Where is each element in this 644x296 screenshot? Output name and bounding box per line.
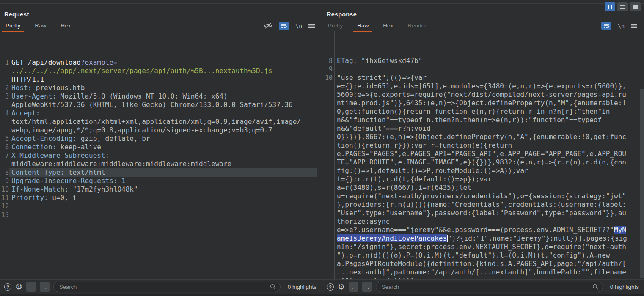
selected-text: ameIsJeremyAndILovePancakes bbox=[337, 234, 447, 242]
line-number bbox=[322, 150, 333, 158]
request-highlights-count: 0 highlights bbox=[284, 284, 316, 290]
gutter-divider bbox=[11, 31, 11, 279]
pause-layout-icon[interactable] bbox=[605, 2, 615, 11]
response-code: 8ETag: "ihx6eiwskd47b"910"use strict";((… bbox=[322, 57, 644, 279]
response-search-input[interactable] bbox=[376, 282, 603, 292]
code-text: nIn:"/signin"},secret:process.env.NEXTAU… bbox=[337, 243, 626, 251]
line-number: 3 bbox=[0, 92, 9, 101]
response-scrollbar-thumb[interactable] bbox=[640, 89, 644, 278]
request-editor-toolbar: \n bbox=[264, 22, 315, 30]
code-text: middleware:middleware:middleware:middlew… bbox=[11, 160, 231, 168]
word-wrap-icon[interactable] bbox=[601, 22, 611, 30]
code-row: thorize:async bbox=[322, 217, 644, 226]
code-text: "17m2fyh3hl048k" bbox=[69, 185, 138, 193]
line-number: 4 bbox=[0, 109, 9, 118]
tab-render[interactable]: Render bbox=[404, 21, 430, 32]
code-text: 0}}})},8667:(e,n)=>{Object.definePropert… bbox=[337, 133, 626, 141]
selected-text: MyN bbox=[614, 226, 626, 234]
code-text: Accept-Encoding: bbox=[11, 134, 77, 143]
line-number bbox=[0, 75, 9, 84]
request-panel: Request PrettyRawHex bbox=[0, 0, 322, 296]
tab-pretty[interactable]: Pretty bbox=[324, 21, 347, 32]
code-text: GET /api/download bbox=[11, 58, 81, 66]
code-text: AppleWebKit/537.36 (KHTML, like Gecko) C… bbox=[11, 101, 293, 109]
code-text: Priority: bbox=[11, 194, 48, 202]
code-row: 2Host: previous.htb bbox=[0, 84, 322, 92]
help-icon[interactable]: ? bbox=[4, 283, 11, 291]
rows-layout-icon[interactable] bbox=[617, 2, 628, 11]
code-text: },providers:[r.n(u)()({name:"Credentials… bbox=[337, 200, 626, 208]
code-row: "User",type:"username"},password:{label:… bbox=[322, 209, 644, 217]
request-search-input[interactable] bbox=[53, 282, 281, 292]
tab-raw[interactable]: Raw bbox=[31, 21, 50, 32]
code-text: Host: bbox=[11, 84, 32, 92]
word-wrap-icon[interactable] bbox=[279, 22, 289, 30]
code-text: previous.htb bbox=[32, 84, 85, 92]
tab-hex[interactable]: Hex bbox=[379, 21, 397, 32]
line-number bbox=[0, 126, 9, 134]
tab-raw[interactable]: Raw bbox=[353, 21, 372, 32]
line-number bbox=[0, 118, 9, 126]
line-number: 10 bbox=[322, 74, 333, 82]
code-text: text/html,application/xhtml+xml,applicat… bbox=[11, 118, 301, 126]
show-newlines-icon[interactable]: \n bbox=[618, 22, 625, 30]
code-text: e.PAGES="PAGES",e.PAGES_API="PAGES_API",… bbox=[337, 150, 626, 158]
line-number: 12 bbox=[0, 202, 9, 211]
layout-controls bbox=[605, 2, 641, 11]
back-arrow-icon[interactable]: ← bbox=[26, 282, 36, 292]
code-text: Accept: bbox=[11, 109, 40, 117]
code-row: e={};e.id=651,e.ids=[651],e.modules={348… bbox=[322, 82, 644, 90]
settings-gear-icon[interactable]: ⚙ bbox=[15, 283, 22, 291]
code-row: nIn:"/signin"},secret:process.env.NEXTAU… bbox=[322, 243, 644, 251]
request-tabs: PrettyRawHex bbox=[2, 21, 81, 32]
code-row: AppleWebKit/537.36 (KHTML, like Gecko) C… bbox=[0, 101, 322, 109]
code-text: ../../../../app/.next/server/pages/api/a… bbox=[11, 67, 272, 75]
forward-arrow-icon[interactable]: → bbox=[40, 282, 50, 292]
code-row: e.PAGES="PAGES",e.PAGES_API="PAGES_API",… bbox=[322, 150, 644, 158]
code-row: 4Accept: bbox=[0, 109, 322, 118]
code-row: n&&"default"===r?n:void bbox=[322, 124, 644, 133]
code-row: n&&"function"==typeof n.then?n.then(n=>e… bbox=[322, 116, 644, 124]
maximize-layout-icon[interactable] bbox=[630, 2, 641, 11]
forward-arrow-icon[interactable]: → bbox=[362, 282, 372, 292]
line-number: 10 bbox=[0, 185, 9, 194]
show-newlines-icon[interactable]: \n bbox=[295, 22, 302, 30]
code-text: u=0, i bbox=[48, 194, 77, 202]
request-code: 1GET /api/download?example=../../../../a… bbox=[0, 58, 322, 219]
code-text: a.PagesAPIRouteModule({definition:{kind:… bbox=[337, 260, 626, 268]
hide-matches-eye-icon[interactable] bbox=[264, 22, 272, 30]
code-text: ntime.prod.js")},6435:(e,n)=>{Object.def… bbox=[337, 99, 626, 107]
line-number bbox=[322, 260, 333, 268]
tab-hex[interactable]: Hex bbox=[57, 21, 74, 32]
response-panel: Response PrettyRawHexRender \n bbox=[322, 0, 644, 296]
editor-menu-icon[interactable] bbox=[308, 22, 315, 30]
code-row: text/html,application/xhtml+xml,applicat… bbox=[0, 118, 322, 126]
code-text: ?example= bbox=[81, 58, 118, 66]
back-arrow-icon[interactable]: ← bbox=[349, 282, 358, 292]
line-number bbox=[0, 101, 9, 109]
code-row: 7X-Middleware-Subrequest: bbox=[0, 151, 322, 160]
code-row: ameIsJeremyAndILovePancakes")?{id:"1",na… bbox=[322, 234, 644, 243]
code-text: 1 bbox=[117, 177, 125, 185]
response-editor[interactable]: 8ETag: "ihx6eiwskd47b"910"use strict";((… bbox=[322, 31, 644, 279]
code-row: 0,get:function(){return function e(n,r){… bbox=[322, 107, 644, 116]
line-number bbox=[322, 133, 333, 141]
request-editor[interactable]: 1GET /api/download?example=../../../../a… bbox=[0, 31, 322, 279]
code-row: webp,image/apng,*/*;q=0.8,application/si… bbox=[0, 126, 322, 134]
code-text: e=>e?.username==="jeremy"&&e.password===… bbox=[337, 226, 614, 234]
settings-gear-icon[interactable]: ⚙ bbox=[338, 283, 345, 291]
search-icon bbox=[270, 284, 276, 290]
code-row: 9 bbox=[322, 65, 644, 74]
code-row: middleware:middleware:middleware:middlew… bbox=[0, 160, 322, 168]
help-icon[interactable]: ? bbox=[327, 283, 334, 291]
request-panel-title: Request bbox=[4, 11, 29, 18]
code-text: X-Middleware-Subrequest: bbox=[11, 151, 109, 159]
editor-menu-icon[interactable] bbox=[631, 22, 637, 30]
code-text: tion(){return r}});var r=function(e){ret… bbox=[337, 141, 512, 149]
code-text: "),p=r.n(d)()(o),P=(0,i.M)(t,"default"),… bbox=[337, 251, 610, 259]
code-text: Mozilla/5.0 (Windows NT 10.0; Win64; x64… bbox=[56, 92, 228, 100]
code-text: "ihx6eiwskd47b" bbox=[357, 57, 422, 65]
gutter-divider bbox=[334, 31, 335, 279]
tab-pretty[interactable]: Pretty bbox=[2, 21, 24, 32]
code-text: n&&"function"==typeof n.then?n.then(n=>e… bbox=[337, 116, 602, 124]
